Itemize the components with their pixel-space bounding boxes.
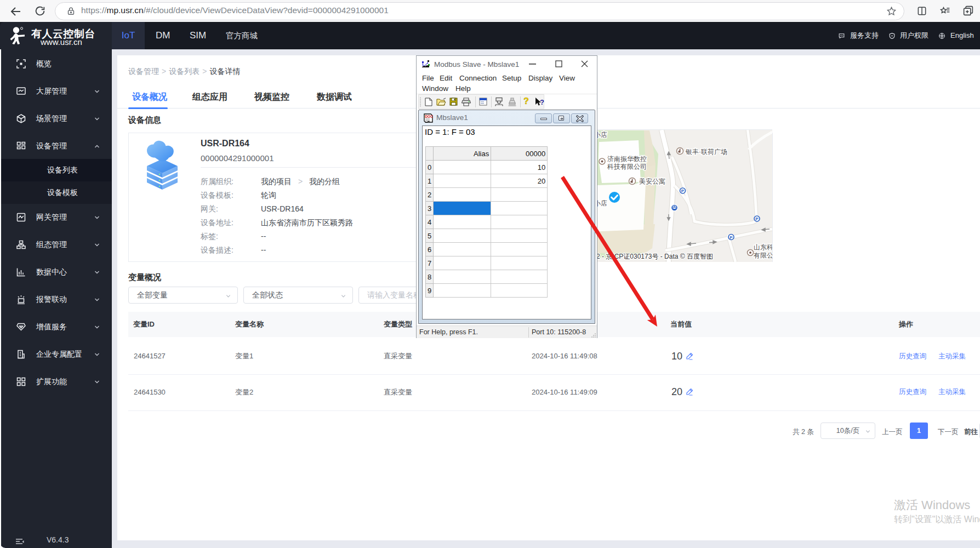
svg-text:济南振华数控: 济南振华数控 <box>607 155 647 163</box>
svg-text:美安公寓: 美安公寓 <box>639 178 665 185</box>
svg-text:DOC: DOC <box>425 115 433 118</box>
svg-text:科技有限公司: 科技有限公司 <box>607 163 647 170</box>
svg-text:P: P <box>730 235 733 240</box>
svg-text:有限公: 有限公 <box>753 252 772 259</box>
svg-text:P: P <box>681 189 685 193</box>
svg-text:?: ? <box>540 98 544 106</box>
svg-text:2 - 京ICP证030173号 - Data © 百度智图: 2 - 京ICP证030173号 - Data © 百度智图 <box>596 253 713 260</box>
svg-text:山东科: 山东科 <box>754 243 772 251</box>
svg-text:银丰·联荷广场: 银丰·联荷广场 <box>685 148 727 156</box>
svg-text:P: P <box>755 216 759 221</box>
